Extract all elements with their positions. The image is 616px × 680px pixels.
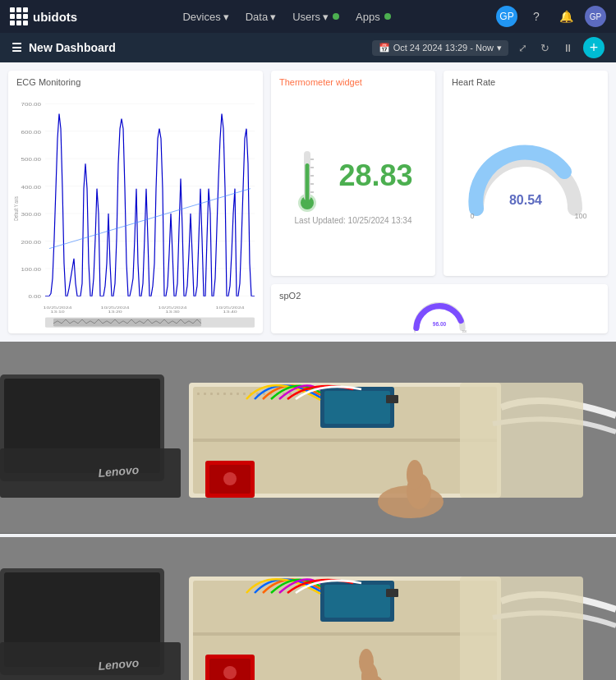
thermometer-last-updated: Last Updated: 10/25/2024 13:34 <box>295 216 412 225</box>
svg-rect-66 <box>289 393 292 395</box>
pause-button[interactable]: ⏸ <box>559 40 577 56</box>
svg-rect-59 <box>243 393 246 395</box>
svg-text:0: 0 <box>414 330 416 333</box>
spo2-widget: spO2 0 100 96.00 <box>271 284 608 333</box>
apps-badge <box>384 13 391 20</box>
svg-text:400.00: 400.00 <box>21 185 42 189</box>
spo2-gauge: 0 100 96.00 <box>357 302 522 333</box>
thermometer-widget: Thermometer widget <box>271 71 435 276</box>
hardware-photo-top: Lenovo <box>0 342 616 533</box>
dashboard-grid: ECG Monitoring 700.00 600.00 500.00 400.… <box>0 62 616 342</box>
heart-rate-widget: Heart Rate 0 100 80.54 <box>444 71 608 276</box>
svg-text:0: 0 <box>470 212 474 220</box>
chevron-down-icon: ▾ <box>323 11 329 23</box>
ecg-title: ECG Monitoring <box>8 71 89 90</box>
svg-text:10/25/2024: 10/25/2024 <box>159 306 188 309</box>
thermometer-content: 28.83 Last Updated: 10/25/2024 13:34 <box>293 71 412 276</box>
heart-rate-gauge: 0 100 80.54 <box>460 143 591 221</box>
svg-text:700.00: 700.00 <box>21 103 42 107</box>
logo[interactable]: ubidots <box>10 7 77 25</box>
nav-data[interactable]: Data ▾ <box>246 11 276 23</box>
logo-icon <box>10 7 28 25</box>
support-button[interactable]: GP <box>496 6 517 27</box>
svg-text:13:10: 13:10 <box>50 310 64 313</box>
svg-rect-84 <box>0 642 181 681</box>
expand-button[interactable]: ⤢ <box>515 40 531 56</box>
svg-text:100: 100 <box>462 330 467 333</box>
menu-icon[interactable]: ☰ <box>11 41 22 54</box>
refresh-button[interactable]: ↻ <box>537 40 553 56</box>
svg-rect-88 <box>193 632 497 636</box>
svg-text:200.00: 200.00 <box>21 240 42 244</box>
svg-rect-57 <box>230 393 232 395</box>
dashboard-toolbar: ☰ New Dashboard 📅 Oct 24 2024 13:29 - No… <box>0 33 616 62</box>
date-range-picker[interactable]: 📅 Oct 24 2024 13:29 - Now ▾ <box>372 40 508 56</box>
svg-rect-52 <box>197 393 200 395</box>
chevron-down-icon: ▾ <box>270 11 276 23</box>
help-button[interactable]: ? <box>526 6 547 27</box>
svg-text:10/25/2024: 10/25/2024 <box>216 306 246 309</box>
chevron-down-icon: ▾ <box>223 11 229 23</box>
hardware-images-section: Lenovo <box>0 342 616 680</box>
svg-rect-53 <box>204 393 206 395</box>
spo2-title: spO2 <box>271 284 309 304</box>
svg-text:600.00: 600.00 <box>21 130 42 134</box>
thermometer-title: Thermometer widget <box>271 71 370 90</box>
nav-devices[interactable]: Devices ▾ <box>182 11 228 23</box>
svg-rect-79 <box>460 383 583 498</box>
ecg-widget: ECG Monitoring 700.00 600.00 500.00 400.… <box>8 71 263 333</box>
thermometer-icon <box>293 139 322 213</box>
logo-text: ubidots <box>33 10 77 24</box>
svg-line-25 <box>49 189 251 249</box>
nav-links: Devices ▾ Data ▾ Users ▾ Apps <box>182 11 390 23</box>
svg-rect-99 <box>460 577 583 681</box>
calendar-icon: 📅 <box>379 43 390 53</box>
svg-rect-71 <box>324 391 390 424</box>
hardware-image-top: Lenovo <box>0 342 616 534</box>
add-widget-button[interactable]: + <box>583 37 605 58</box>
top-navigation: ubidots Devices ▾ Data ▾ Users ▾ Apps GP… <box>0 0 616 33</box>
svg-text:0.00: 0.00 <box>28 295 41 299</box>
svg-text:10/25/2024: 10/25/2024 <box>44 306 73 309</box>
svg-rect-56 <box>223 393 226 395</box>
dashboard-title: New Dashboard <box>29 41 116 54</box>
heart-rate-gauge-container: 0 100 80.54 <box>444 71 608 276</box>
users-badge <box>333 13 339 20</box>
thermometer-display: 28.83 <box>293 139 412 213</box>
svg-rect-90 <box>324 585 390 618</box>
svg-point-94 <box>223 666 237 679</box>
svg-text:13:20: 13:20 <box>108 310 122 313</box>
svg-rect-54 <box>210 393 213 395</box>
svg-rect-47 <box>0 448 181 498</box>
svg-rect-91 <box>386 589 398 597</box>
svg-text:100.00: 100.00 <box>21 268 42 272</box>
svg-text:13:30: 13:30 <box>165 310 179 313</box>
svg-text:96.00: 96.00 <box>433 321 447 327</box>
spo2-content: 0 100 96.00 <box>271 284 608 333</box>
svg-text:500.00: 500.00 <box>21 158 42 162</box>
svg-rect-72 <box>386 395 398 403</box>
hardware-photo-bottom: Lenovo <box>0 537 616 681</box>
nav-apps[interactable]: Apps <box>356 11 391 23</box>
thermometer-readings: 28.83 <box>338 159 412 193</box>
svg-rect-58 <box>237 393 239 395</box>
svg-text:Default Y axis: Default Y axis <box>12 196 19 221</box>
svg-point-75 <box>223 472 237 485</box>
svg-point-98 <box>359 649 374 675</box>
nav-action-icons: GP ? 🔔 GP <box>496 6 606 27</box>
toolbar-left: ☰ New Dashboard <box>11 41 116 54</box>
heart-rate-title: Heart Rate <box>444 71 503 90</box>
user-avatar[interactable]: GP <box>585 6 606 27</box>
svg-text:10/25/2024: 10/25/2024 <box>101 306 131 309</box>
svg-text:13:40: 13:40 <box>223 310 237 313</box>
svg-rect-55 <box>217 393 219 395</box>
temperature-value: 28.83 <box>338 159 412 193</box>
svg-text:100: 100 <box>574 212 586 220</box>
nav-users[interactable]: Users ▾ <box>292 11 339 23</box>
chevron-down-icon: ▾ <box>497 43 502 53</box>
toolbar-right: 📅 Oct 24 2024 13:29 - Now ▾ ⤢ ↻ ⏸ + <box>372 37 605 58</box>
svg-point-78 <box>407 460 423 489</box>
ecg-chart: 700.00 600.00 500.00 400.00 300.00 200.0… <box>8 71 263 333</box>
notifications-button[interactable]: 🔔 <box>555 6 577 27</box>
svg-text:300.00: 300.00 <box>21 213 42 217</box>
